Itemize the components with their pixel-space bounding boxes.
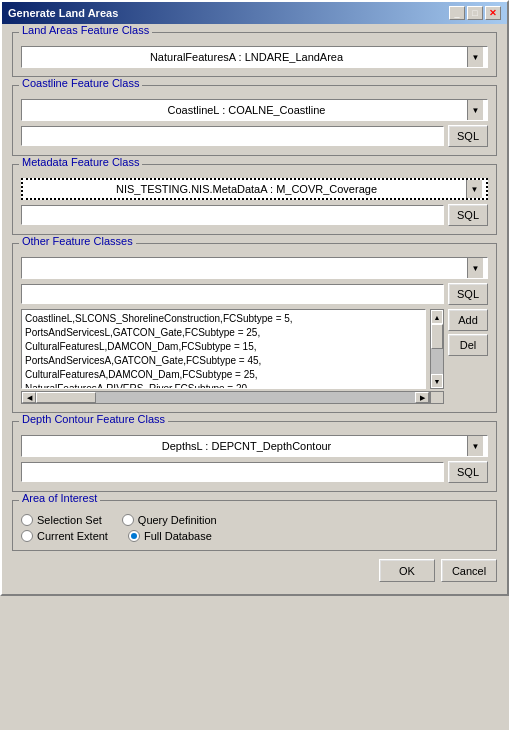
- title-bar: Generate Land Areas _ □ ✕: [2, 2, 507, 24]
- main-window: Generate Land Areas _ □ ✕ Land Areas Fea…: [0, 0, 509, 596]
- depth-contour-sql-input[interactable]: [21, 462, 444, 482]
- other-list-area: CoastlineL,SLCONS_ShorelineConstruction,…: [21, 309, 488, 389]
- radio-full-database[interactable]: Full Database: [128, 530, 212, 542]
- list-item: PortsAndServicesL,GATCON_Gate,FCSubtype …: [25, 326, 422, 340]
- metadata-dropdown-row: NIS_TESTING.NIS.MetaDataA : M_COVR_Cover…: [21, 178, 488, 200]
- metadata-sql-row: SQL: [21, 204, 488, 226]
- land-areas-dropdown[interactable]: NaturalFeaturesA : LNDARE_LandArea ▼: [21, 46, 488, 68]
- h-scroll-thumb[interactable]: [36, 392, 96, 403]
- metadata-sql-button[interactable]: SQL: [448, 204, 488, 226]
- land-areas-label: Land Areas Feature Class: [19, 24, 152, 36]
- metadata-dropdown[interactable]: NIS_TESTING.NIS.MetaDataA : M_COVR_Cover…: [21, 178, 488, 200]
- radio-label-query-definition: Query Definition: [138, 514, 217, 526]
- title-bar-controls: _ □ ✕: [449, 6, 501, 20]
- coastline-sql-row: SQL: [21, 125, 488, 147]
- dialog-content: Land Areas Feature Class NaturalFeatures…: [2, 24, 507, 594]
- coastline-dropdown[interactable]: CoastlineL : COALNE_Coastline ▼: [21, 99, 488, 121]
- scroll-down-button[interactable]: ▼: [431, 374, 443, 388]
- metadata-dropdown-value: NIS_TESTING.NIS.MetaDataA : M_COVR_Cover…: [27, 183, 466, 195]
- footer-buttons: OK Cancel: [12, 559, 497, 586]
- metadata-group: Metadata Feature Class NIS_TESTING.NIS.M…: [12, 164, 497, 235]
- depth-contour-sql-button[interactable]: SQL: [448, 461, 488, 483]
- radio-label-full-database: Full Database: [144, 530, 212, 542]
- depth-contour-label: Depth Contour Feature Class: [19, 413, 168, 425]
- other-dropdown-row: ▼: [21, 257, 488, 279]
- metadata-label: Metadata Feature Class: [19, 156, 142, 168]
- maximize-button[interactable]: □: [467, 6, 483, 20]
- list-item: NaturalFeaturesA,RIVERS_River,FCSubtype …: [25, 382, 422, 389]
- area-of-interest-group: Area of Interest Selection Set Query Def…: [12, 500, 497, 551]
- list-item: CoastlineL,SLCONS_ShorelineConstruction,…: [25, 312, 422, 326]
- radio-circle-current-extent: [21, 530, 33, 542]
- ok-button[interactable]: OK: [379, 559, 435, 582]
- other-dropdown-arrow[interactable]: ▼: [467, 258, 483, 278]
- h-scroll-right[interactable]: ▶: [415, 392, 429, 403]
- radio-label-current-extent: Current Extent: [37, 530, 108, 542]
- cancel-button[interactable]: Cancel: [441, 559, 497, 582]
- other-label: Other Feature Classes: [19, 235, 136, 247]
- radio-label-selection-set: Selection Set: [37, 514, 102, 526]
- list-item: CulturalFeaturesL,DAMCON_Dam,FCSubtype =…: [25, 340, 422, 354]
- scroll-thumb[interactable]: [431, 324, 443, 349]
- h-scroll-left[interactable]: ◀: [22, 392, 36, 403]
- radio-selection-set[interactable]: Selection Set: [21, 514, 102, 526]
- land-areas-group: Land Areas Feature Class NaturalFeatures…: [12, 32, 497, 77]
- depth-contour-sql-row: SQL: [21, 461, 488, 483]
- coastline-dropdown-arrow[interactable]: ▼: [467, 100, 483, 120]
- list-item: PortsAndServicesA,GATCON_Gate,FCSubtype …: [25, 354, 422, 368]
- radio-query-definition[interactable]: Query Definition: [122, 514, 217, 526]
- depth-contour-dropdown-arrow[interactable]: ▼: [467, 436, 483, 456]
- area-of-interest-label: Area of Interest: [19, 492, 100, 504]
- radio-group: Selection Set Query Definition Current E…: [21, 514, 488, 542]
- radio-row-2: Current Extent Full Database: [21, 530, 488, 542]
- other-list-box[interactable]: CoastlineL,SLCONS_ShorelineConstruction,…: [21, 309, 426, 389]
- list-action-buttons: Add Del: [448, 309, 488, 389]
- depth-contour-group: Depth Contour Feature Class DepthsL : DE…: [12, 421, 497, 492]
- del-button[interactable]: Del: [448, 334, 488, 356]
- coastline-label: Coastline Feature Class: [19, 77, 142, 89]
- other-sql-button[interactable]: SQL: [448, 283, 488, 305]
- scroll-up-button[interactable]: ▲: [431, 310, 443, 324]
- coastline-sql-button[interactable]: SQL: [448, 125, 488, 147]
- land-areas-dropdown-arrow[interactable]: ▼: [467, 47, 483, 67]
- close-button[interactable]: ✕: [485, 6, 501, 20]
- radio-current-extent[interactable]: Current Extent: [21, 530, 108, 542]
- h-scroll-track: [36, 392, 415, 403]
- radio-row-1: Selection Set Query Definition: [21, 514, 488, 526]
- radio-circle-selection-set: [21, 514, 33, 526]
- depth-contour-dropdown-value: DepthsL : DEPCNT_DepthContour: [26, 440, 467, 452]
- other-dropdown[interactable]: ▼: [21, 257, 488, 279]
- other-sql-row: SQL: [21, 283, 488, 305]
- scroll-corner: [430, 391, 444, 404]
- metadata-sql-input[interactable]: [21, 205, 444, 225]
- other-group: Other Feature Classes ▼ SQL CoastlineL,S…: [12, 243, 497, 413]
- depth-contour-dropdown-row: DepthsL : DEPCNT_DepthContour ▼: [21, 435, 488, 457]
- h-scrollbar-row: ◀ ▶: [21, 391, 488, 404]
- depth-contour-dropdown[interactable]: DepthsL : DEPCNT_DepthContour ▼: [21, 435, 488, 457]
- scroll-track: [431, 324, 443, 374]
- add-button[interactable]: Add: [448, 309, 488, 331]
- land-areas-dropdown-value: NaturalFeaturesA : LNDARE_LandArea: [26, 51, 467, 63]
- list-item: CulturalFeaturesA,DAMCON_Dam,FCSubtype =…: [25, 368, 422, 382]
- land-areas-dropdown-row: NaturalFeaturesA : LNDARE_LandArea ▼: [21, 46, 488, 68]
- minimize-button[interactable]: _: [449, 6, 465, 20]
- list-scrollbar[interactable]: ▲ ▼: [430, 309, 444, 389]
- coastline-sql-input[interactable]: [21, 126, 444, 146]
- radio-circle-query-definition: [122, 514, 134, 526]
- radio-circle-full-database: [128, 530, 140, 542]
- coastline-group: Coastline Feature Class CoastlineL : COA…: [12, 85, 497, 156]
- coastline-dropdown-value: CoastlineL : COALNE_Coastline: [26, 104, 467, 116]
- window-title: Generate Land Areas: [8, 7, 118, 19]
- metadata-dropdown-arrow[interactable]: ▼: [466, 180, 482, 198]
- coastline-dropdown-row: CoastlineL : COALNE_Coastline ▼: [21, 99, 488, 121]
- other-sql-input[interactable]: [21, 284, 444, 304]
- h-scrollbar[interactable]: ◀ ▶: [21, 391, 430, 404]
